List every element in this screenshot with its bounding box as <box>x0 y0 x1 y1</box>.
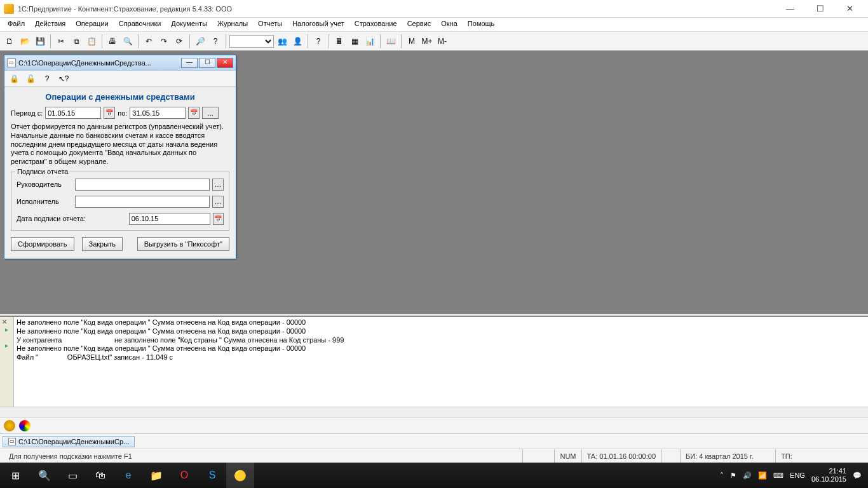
menu-references[interactable]: Справочники <box>114 18 166 31</box>
mdi-area: ▭ С:\1С\ОперацииСДенежнымиСредства... — … <box>0 51 868 314</box>
sign-date-label: Дата подписи отчета: <box>17 215 126 222</box>
menu-windows[interactable]: Окна <box>436 18 463 31</box>
close-button[interactable]: ✕ <box>836 2 864 16</box>
tray-chevron-icon[interactable]: ˄ <box>720 471 724 480</box>
edge-icon[interactable]: e <box>114 463 142 488</box>
signatures-fieldset: Подписи отчета Руководитель … Исполнител… <box>11 172 229 231</box>
executor-dots-button[interactable]: … <box>212 196 224 208</box>
1c-icon[interactable]: 🟡 <box>226 463 254 488</box>
small-icon-1[interactable] <box>4 420 15 431</box>
tray-volume-icon[interactable]: 🔊 <box>743 471 752 480</box>
store-icon[interactable]: 🛍 <box>86 463 114 488</box>
minimize-button[interactable]: — <box>776 2 804 16</box>
menu-tax[interactable]: Налоговый учет <box>287 18 349 31</box>
window-title: 1С:Предприятие - Континент:Страхование, … <box>18 5 776 13</box>
log-close-icon[interactable]: ✕ <box>2 318 7 325</box>
menu-reports[interactable]: Отчеты <box>253 18 287 31</box>
tray-notifications-icon[interactable]: 💬 <box>853 471 862 480</box>
m-minus-button[interactable]: М- <box>435 34 449 48</box>
users-icon[interactable]: 👥 <box>275 34 289 48</box>
opera-icon[interactable]: O <box>170 463 198 488</box>
child-tool-help-icon[interactable]: ? <box>40 72 54 86</box>
help-arrow-icon[interactable]: ? <box>208 34 222 48</box>
sign-date-calendar-icon[interactable]: 📅 <box>213 213 224 225</box>
taskview-icon[interactable]: ▭ <box>58 463 86 488</box>
cut-icon[interactable]: ✂ <box>54 34 68 48</box>
export-button[interactable]: Выгрузить в "Пикософт" <box>137 237 229 251</box>
explorer-icon[interactable]: 📁 <box>142 463 170 488</box>
period-from-calendar-icon[interactable]: 📅 <box>104 107 115 119</box>
redo-icon[interactable]: ↷ <box>157 34 171 48</box>
signatures-legend: Подписи отчета <box>15 168 70 175</box>
maximize-button[interactable]: ☐ <box>806 2 834 16</box>
menu-journals[interactable]: Журналы <box>212 18 253 31</box>
status-empty2 <box>661 449 680 463</box>
toolbar-combo[interactable] <box>229 35 274 48</box>
start-button[interactable]: ⊞ <box>0 463 31 488</box>
child-titlebar[interactable]: ▭ С:\1С\ОперацииСДенежнымиСредства... — … <box>4 55 236 71</box>
undo-icon[interactable]: ↶ <box>142 34 156 48</box>
preview-icon[interactable]: 🔍 <box>121 34 135 48</box>
menu-file[interactable]: Файл <box>3 18 30 31</box>
calc-icon[interactable]: 🖩 <box>332 34 346 48</box>
grid-icon[interactable]: ▦ <box>348 34 362 48</box>
menu-actions[interactable]: Действия <box>30 18 71 31</box>
child-minimize-button[interactable]: — <box>181 58 198 68</box>
tray-network-icon[interactable]: 📶 <box>758 471 767 480</box>
child-tool-cursor-icon[interactable]: ↖? <box>57 72 71 86</box>
form-button[interactable]: Сформировать <box>11 237 74 251</box>
tray-keyboard-icon[interactable]: ⌨ <box>773 471 783 480</box>
find-icon[interactable]: 🔎 <box>193 34 207 48</box>
log-body[interactable]: Не заполнено поле "Код вида операции " С… <box>14 317 868 407</box>
leader-input[interactable] <box>75 179 210 191</box>
chart-icon[interactable]: 📊 <box>363 34 377 48</box>
menu-insurance[interactable]: Страхование <box>349 18 402 31</box>
period-dots-button[interactable]: ... <box>202 107 219 119</box>
tray-flag-icon[interactable]: ⚑ <box>730 471 736 480</box>
search-icon[interactable]: 🔍 <box>31 463 58 488</box>
status-bi: БИ: 4 квартал 2015 г. <box>680 449 775 463</box>
status-num: NUM <box>554 449 581 463</box>
tray-lang[interactable]: ENG <box>790 471 805 479</box>
new-icon[interactable]: 🗋 <box>3 34 17 48</box>
child-maximize-button[interactable]: ☐ <box>199 58 215 68</box>
book-icon[interactable]: 📖 <box>384 34 398 48</box>
refresh-icon[interactable]: ⟳ <box>172 34 186 48</box>
period-from-input[interactable] <box>45 107 101 119</box>
menu-help[interactable]: Помощь <box>463 18 500 31</box>
executor-input[interactable] <box>75 196 210 208</box>
m-button[interactable]: М <box>405 34 419 48</box>
task-item-icon: ▭ <box>8 438 16 445</box>
child-body: Операции с денежными средствами Период с… <box>4 87 236 259</box>
menu-documents[interactable]: Документы <box>166 18 212 31</box>
child-close-button[interactable]: ✕ <box>217 58 233 68</box>
status-tp: ТП: <box>775 449 864 463</box>
child-window: ▭ С:\1С\ОперацииСДенежнымиСредства... — … <box>4 55 236 259</box>
help-icon[interactable]: ? <box>311 34 325 48</box>
period-to-input[interactable] <box>130 107 186 119</box>
menu-service[interactable]: Сервис <box>402 18 437 31</box>
log-scrollbar-h[interactable] <box>0 407 868 417</box>
paste-icon[interactable]: 📋 <box>85 34 98 48</box>
mdi-task-item[interactable]: ▭ С:\1С\ОперацииСДенежнымиСр... <box>3 436 135 447</box>
log-panel: ✕ ▸ ▸ Не заполнено поле "Код вида операц… <box>0 316 868 407</box>
tray-clock[interactable]: 21:41 06.10.2015 <box>811 467 846 484</box>
user-icon[interactable]: 👤 <box>290 34 304 48</box>
skype-icon[interactable]: S <box>198 463 226 488</box>
child-tool-icon-1[interactable]: 🔒 <box>7 72 21 86</box>
save-icon[interactable]: 💾 <box>33 34 47 48</box>
copy-icon[interactable]: ⧉ <box>69 34 83 48</box>
menu-operations[interactable]: Операции <box>71 18 113 31</box>
print-icon[interactable]: 🖶 <box>105 34 119 48</box>
leader-dots-button[interactable]: … <box>212 179 224 191</box>
tray-date: 06.10.2015 <box>811 475 846 484</box>
period-to-calendar-icon[interactable]: 📅 <box>188 107 200 119</box>
small-icon-2[interactable] <box>19 420 31 431</box>
close-child-button[interactable]: Закрыть <box>82 237 123 251</box>
sign-date-input[interactable] <box>129 213 210 225</box>
m-plus-button[interactable]: М+ <box>420 34 434 48</box>
child-tool-icon-2[interactable]: 🔓 <box>24 72 37 86</box>
period-to-label: по: <box>118 109 127 117</box>
mdi-taskbar: ▭ С:\1С\ОперацииСДенежнымиСр... <box>0 433 868 449</box>
open-icon[interactable]: 📂 <box>18 34 32 48</box>
